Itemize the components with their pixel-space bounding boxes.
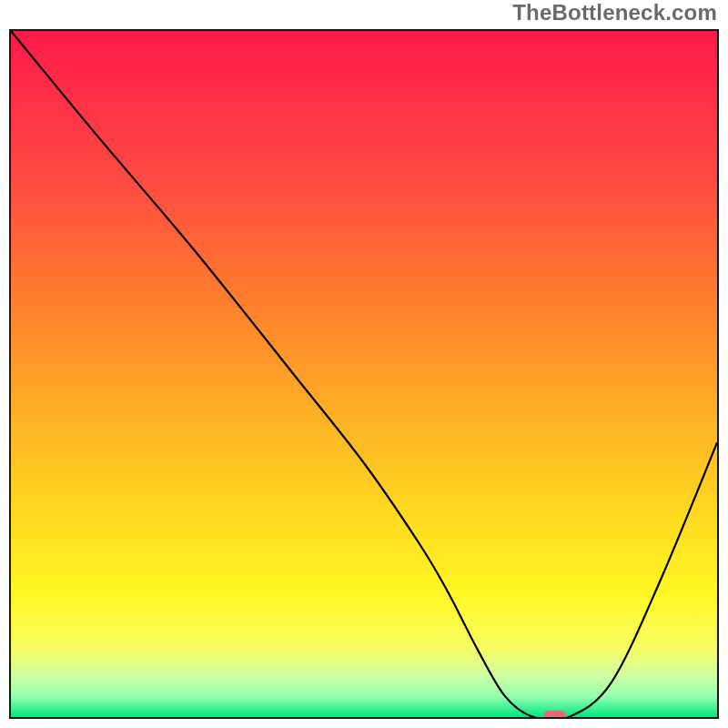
bottleneck-curve	[11, 31, 717, 717]
chart-plot-area	[9, 29, 719, 719]
watermark-text: TheBottleneck.com	[512, 0, 717, 25]
optimal-point-marker	[543, 711, 566, 719]
